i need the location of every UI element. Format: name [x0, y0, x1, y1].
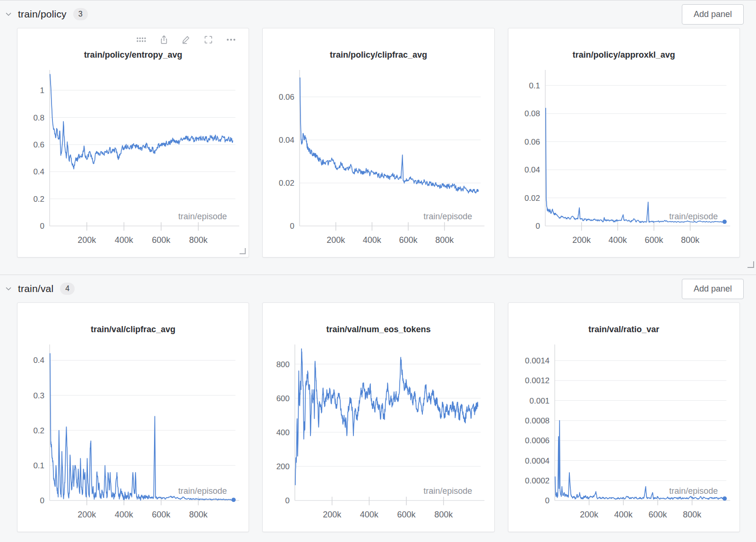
svg-text:0: 0 — [545, 496, 549, 505]
svg-text:400k: 400k — [363, 235, 382, 245]
section-header: train/policy 3 Add panel — [0, 0, 756, 28]
svg-text:0.06: 0.06 — [524, 138, 540, 146]
svg-text:200k: 200k — [327, 235, 346, 245]
chart-panel[interactable]: train/val/clipfrac_avg00.10.20.30.4200k4… — [17, 302, 249, 532]
axes — [545, 70, 730, 231]
svg-text:800k: 800k — [434, 510, 453, 519]
y-tick-labels: 00.20.40.60.81 — [33, 86, 44, 231]
svg-text:600k: 600k — [152, 510, 171, 519]
chevron-down-icon[interactable] — [5, 10, 12, 18]
gridlines — [50, 360, 235, 465]
y-tick-labels: 00.020.040.06 — [279, 93, 294, 231]
svg-text:0: 0 — [40, 496, 44, 505]
y-tick-labels: 00.00020.00040.00060.00080.0010.00120.00… — [525, 356, 550, 505]
x-axis-label: train/episode — [669, 212, 718, 221]
series-line — [300, 77, 479, 193]
chart-panel[interactable]: train/policy/approxkl_avg00.020.040.060.… — [508, 28, 740, 258]
x-tick-labels: 200k400k600k800k — [327, 235, 455, 245]
chart-title: train/val/clipfrac_avg — [17, 325, 249, 335]
section-header: train/val 4 Add panel — [0, 275, 756, 302]
svg-text:800k: 800k — [681, 235, 700, 245]
panel-resize-handle[interactable] — [240, 248, 246, 254]
edit-icon[interactable] — [181, 35, 191, 44]
chevron-down-icon[interactable] — [5, 285, 12, 293]
x-axis-label: train/episode — [178, 212, 227, 221]
chart-title: train/policy/approxkl_avg — [508, 50, 739, 60]
svg-text:0.02: 0.02 — [524, 194, 540, 203]
svg-text:0: 0 — [290, 222, 294, 231]
svg-text:0.0006: 0.0006 — [525, 436, 550, 445]
chart-panel[interactable]: train/val/num_eos_tokens0200400600800200… — [262, 302, 494, 532]
svg-text:0.0012: 0.0012 — [525, 376, 550, 385]
svg-text:0.6: 0.6 — [33, 140, 44, 149]
svg-text:0.4: 0.4 — [33, 167, 44, 176]
chart-panel[interactable]: train/policy/entropy_avg00.20.40.60.8120… — [17, 28, 249, 258]
gridlines — [50, 90, 235, 199]
axes — [50, 70, 239, 231]
svg-text:800k: 800k — [189, 235, 208, 245]
x-tick-labels: 200k400k600k800k — [580, 510, 702, 519]
y-tick-labels: 0200400600800 — [276, 360, 290, 505]
svg-text:600: 600 — [276, 394, 290, 403]
chart-panel[interactable]: train/val/ratio_var00.00020.00040.00060.… — [508, 302, 740, 532]
drag-handle-icon[interactable] — [136, 36, 146, 43]
svg-text:0.8: 0.8 — [33, 113, 44, 122]
svg-text:0.001: 0.001 — [529, 396, 550, 405]
svg-text:0.0004: 0.0004 — [525, 456, 550, 465]
chart-panel[interactable]: train/policy/clipfrac_avg00.020.040.0620… — [262, 28, 494, 258]
series-endpoint-dot — [722, 496, 727, 500]
chart-title: train/val/num_eos_tokens — [263, 325, 494, 335]
svg-text:0.04: 0.04 — [279, 136, 294, 145]
panel-count-badge: 4 — [60, 283, 75, 294]
series-endpoint-dot — [232, 498, 236, 502]
svg-text:400k: 400k — [360, 510, 379, 519]
svg-text:0.3: 0.3 — [33, 391, 44, 400]
fullscreen-icon[interactable] — [204, 35, 213, 44]
x-tick-labels: 200k400k600k800k — [572, 235, 700, 245]
x-axis-label: train/episode — [424, 212, 472, 221]
x-axis-label: train/episode — [178, 486, 227, 496]
section-train-policy: train/policy 3 Add panel train/policy/en… — [0, 0, 756, 275]
svg-text:0.2: 0.2 — [33, 426, 44, 435]
series-endpoint-dot — [722, 220, 727, 224]
svg-text:0.04: 0.04 — [524, 165, 540, 174]
svg-text:400k: 400k — [608, 235, 627, 245]
svg-text:200: 200 — [276, 462, 290, 471]
chart-plot[interactable]: 00.20.40.60.81200k400k600k800ktrain/epis… — [17, 63, 249, 256]
add-panel-button[interactable]: Add panel — [682, 279, 744, 299]
chart-title: train/policy/clipfrac_avg — [263, 50, 494, 60]
series-line — [50, 353, 234, 500]
chart-title: train/val/ratio_var — [508, 325, 739, 335]
svg-text:800k: 800k — [435, 235, 454, 245]
series-line — [295, 349, 478, 485]
export-icon[interactable] — [159, 35, 169, 44]
svg-text:200k: 200k — [572, 235, 591, 245]
svg-text:0.0002: 0.0002 — [525, 476, 550, 485]
gridlines — [295, 364, 481, 467]
axes — [50, 344, 239, 505]
svg-text:200k: 200k — [77, 235, 96, 245]
svg-text:400k: 400k — [614, 510, 633, 519]
svg-text:800: 800 — [276, 360, 290, 369]
x-axis-label: train/episode — [424, 486, 472, 496]
svg-text:600k: 600k — [644, 235, 663, 245]
chart-plot[interactable]: 00.10.20.30.4200k400k600k800ktrain/episo… — [17, 337, 249, 530]
axes — [300, 70, 484, 231]
section-title: train/val — [18, 283, 53, 294]
chart-plot[interactable]: 00.020.040.060.080.1200k400k600k800ktrai… — [508, 63, 739, 256]
more-options-icon[interactable] — [226, 38, 236, 42]
svg-text:400: 400 — [276, 428, 290, 437]
gridlines — [545, 86, 726, 198]
chart-plot[interactable]: 00.00020.00040.00060.00080.0010.00120.00… — [508, 337, 739, 530]
svg-text:400k: 400k — [115, 235, 134, 245]
section-resize-handle[interactable] — [747, 261, 754, 268]
chart-plot[interactable]: 0200400600800200k400k600k800ktrain/episo… — [263, 337, 494, 530]
chart-plot[interactable]: 00.020.040.06200k400k600k800ktrain/episo… — [263, 63, 494, 256]
svg-text:200k: 200k — [580, 510, 599, 519]
panel-grid: train/policy/entropy_avg00.20.40.60.8120… — [0, 28, 756, 258]
section-train-val: train/val 4 Add panel train/val/clipfrac… — [0, 275, 756, 538]
x-tick-labels: 200k400k600k800k — [323, 510, 454, 519]
svg-text:0.08: 0.08 — [524, 109, 540, 118]
svg-text:800k: 800k — [683, 510, 702, 519]
add-panel-button[interactable]: Add panel — [682, 4, 744, 25]
